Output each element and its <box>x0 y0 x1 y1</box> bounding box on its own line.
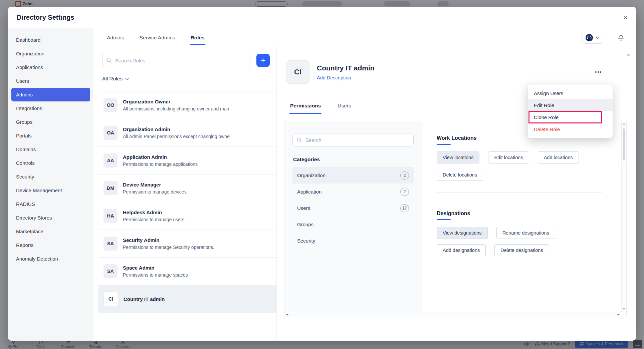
sidebar-item-portals[interactable]: Portals <box>8 129 93 142</box>
org-avatar-icon <box>585 34 593 42</box>
roles-filter-label: All Roles <box>102 76 123 82</box>
sidebar-item-groups[interactable]: Groups <box>8 115 93 129</box>
scroll-up-icon[interactable]: ▲ <box>623 122 625 125</box>
category-security[interactable]: Security <box>292 233 414 249</box>
roles-list-panel: + All Roles OO Organization Owner All pe… <box>93 47 276 341</box>
sidebar-item-domains[interactable]: Domains <box>8 142 93 156</box>
category-organization[interactable]: Organization 2 <box>292 167 414 184</box>
role-item-security-admin[interactable]: SA Security Admin Permissions to manage … <box>98 230 276 258</box>
designations-title: Designations <box>437 211 470 220</box>
sidebar-item-radius[interactable]: RADIUS <box>8 197 93 211</box>
rename-designations-button[interactable]: Rename designations <box>496 227 555 239</box>
sidebar-item-dashboard[interactable]: Dashboard <box>8 33 93 47</box>
delete-role-menu-item[interactable]: Delete Role <box>528 123 613 135</box>
role-avatar: OO <box>103 98 118 112</box>
role-name: Device Manager <box>123 182 270 188</box>
chevron-down-icon <box>125 78 129 80</box>
categories-title: Categories <box>293 156 414 162</box>
role-item-organization-owner[interactable]: OO Organization Owner All permissions, i… <box>98 91 276 119</box>
tab-permissions[interactable]: Permissions <box>289 101 321 114</box>
delete-locations-button[interactable]: Delete locations <box>437 169 483 181</box>
sidebar-item-security[interactable]: Security <box>8 170 93 184</box>
role-description: Permissions to manage spaces <box>123 272 270 278</box>
role-item-helpdesk-admin[interactable]: HA Helpdesk Admin Permissions to manage … <box>98 202 276 230</box>
role-item-organization-admin[interactable]: OA Organization Admin All Admin Panel pe… <box>98 119 276 147</box>
sidebar-item-organization[interactable]: Organization <box>8 47 93 60</box>
horizontal-scrollbar[interactable]: ◀ ▶ <box>284 312 621 317</box>
sidebar-item-admins[interactable]: Admins <box>11 88 90 101</box>
notifications-bell-icon[interactable] <box>617 34 625 41</box>
permissions-panel: Categories Organization 2 Application 2 … <box>284 121 627 317</box>
role-name: Helpdesk Admin <box>123 210 270 215</box>
clone-role-menu-item[interactable]: Clone Role <box>528 111 613 123</box>
category-groups[interactable]: Groups <box>292 216 414 233</box>
role-item-space-admin[interactable]: SA Space Admin Permissions to manage spa… <box>98 258 276 285</box>
sidebar-item-anomaly-detection[interactable]: Anomaly Detection <box>8 252 93 266</box>
role-more-actions-icon[interactable]: ••• <box>595 69 602 75</box>
role-name: Space Admin <box>123 265 270 271</box>
role-item-country-it-admin[interactable]: CI Country IT admin <box>98 285 276 313</box>
role-item-application-admin[interactable]: AA Application Admin Permissions to mana… <box>98 147 276 174</box>
sidebar-item-marketplace[interactable]: Marketplace <box>8 225 93 238</box>
sidebar-item-reports[interactable]: Reports <box>8 238 93 252</box>
category-count-badge: 2 <box>400 171 409 180</box>
settings-sidebar: Dashboard Organization Applications User… <box>8 28 93 341</box>
role-avatar: HA <box>103 209 118 223</box>
role-name: Organization Admin <box>123 126 270 132</box>
scroll-down-icon[interactable]: ▼ <box>623 308 625 311</box>
tab-roles[interactable]: Roles <box>190 29 205 46</box>
view-designations-button[interactable]: View designations <box>437 227 488 239</box>
role-item-device-manager[interactable]: DM Device Manager Permission to manage d… <box>98 174 276 202</box>
assign-users-menu-item[interactable]: Assign Users <box>528 87 613 99</box>
role-detail-avatar: CI <box>286 60 309 84</box>
roles-search-input[interactable] <box>115 57 246 64</box>
sidebar-item-device-management[interactable]: Device Management <box>8 184 93 197</box>
add-locations-button[interactable]: Add locations <box>538 151 579 163</box>
tab-role-users[interactable]: Users <box>337 101 352 114</box>
category-label: Application <box>297 189 321 195</box>
add-role-button[interactable]: + <box>256 54 270 67</box>
sidebar-item-users[interactable]: Users <box>8 74 93 88</box>
add-designations-button[interactable]: Add designations <box>437 244 486 256</box>
category-users[interactable]: Users 17 <box>292 200 414 216</box>
role-description: Permissions to manage users <box>123 217 270 222</box>
vertical-scrollbar-thumb[interactable] <box>623 128 625 160</box>
permission-categories-column: Categories Organization 2 Application 2 … <box>284 121 422 317</box>
role-avatar: AA <box>103 153 118 167</box>
add-description-link[interactable]: Add Description <box>317 75 375 80</box>
edit-role-menu-item[interactable]: Edit Role <box>528 99 613 111</box>
sidebar-item-directory-stores[interactable]: Directory Stores <box>8 211 93 225</box>
role-description: All permissions, including changing owne… <box>123 106 270 111</box>
role-description: Permission to manage devices <box>123 189 270 195</box>
sidebar-item-controls[interactable]: Controls <box>8 156 93 170</box>
roles-list: OO Organization Owner All permissions, i… <box>98 91 276 341</box>
chevron-down-icon <box>596 37 600 39</box>
scroll-right-icon[interactable]: ▶ <box>618 313 620 316</box>
scroll-left-icon[interactable]: ◀ <box>286 313 288 316</box>
vertical-scrollbar[interactable]: ▲ ▼ <box>621 121 626 312</box>
role-avatar: OA <box>103 126 118 140</box>
category-application[interactable]: Application 2 <box>292 184 414 200</box>
view-locations-button[interactable]: View locations <box>437 151 479 163</box>
roles-filter-dropdown[interactable]: All Roles <box>102 75 276 82</box>
tab-admins[interactable]: Admins <box>106 29 125 46</box>
org-switcher-button[interactable] <box>582 32 603 44</box>
edit-locations-button[interactable]: Edit locations <box>488 151 529 163</box>
role-actions-menu: Assign Users Edit Role Clone Role Delete… <box>527 84 613 138</box>
tab-service-admins[interactable]: Service Admins <box>139 29 176 46</box>
permissions-search-input[interactable] <box>305 137 409 143</box>
role-name: Organization Owner <box>123 99 270 104</box>
sidebar-item-applications[interactable]: Applications <box>8 60 93 74</box>
role-description: All Admin Panel permissions except chang… <box>123 134 270 139</box>
category-label: Groups <box>297 222 313 227</box>
delete-designations-button[interactable]: Delete designations <box>494 244 549 256</box>
role-avatar: DM <box>103 181 118 195</box>
category-label: Users <box>297 205 310 211</box>
role-avatar: CI <box>103 292 118 306</box>
sidebar-item-integrations[interactable]: Integrations <box>8 101 93 115</box>
modal-close-icon[interactable]: × <box>624 14 627 21</box>
admins-tabbar: Admins Service Admins Roles <box>93 28 636 47</box>
modal-header: Directory Settings × <box>8 7 636 28</box>
role-name: Country IT admin <box>124 296 270 302</box>
work-locations-title: Work Locations <box>437 135 477 145</box>
